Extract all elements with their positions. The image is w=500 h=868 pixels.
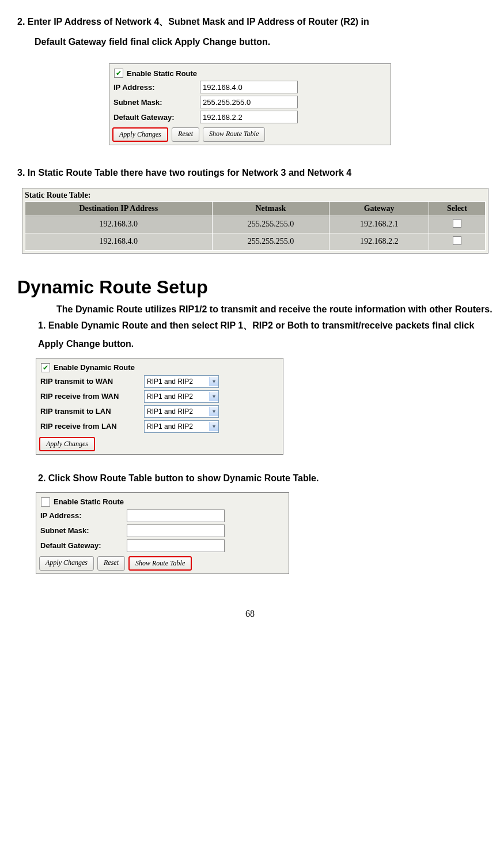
reset-button[interactable]: Reset — [172, 127, 199, 142]
reset-button[interactable]: Reset — [97, 556, 125, 571]
static-route-table-block: Static Route Table: Destination IP Addre… — [22, 188, 488, 254]
select-checkbox[interactable] — [453, 219, 461, 228]
ip-address-label: IP Address: — [39, 511, 127, 520]
default-gateway-label: Default Gateway: — [39, 541, 127, 550]
dynamic-route-form: ✔ Enable Dynamic Route RIP transmit to W… — [36, 358, 283, 455]
static-route-form: ✔ Enable Static Route IP Address: 192.16… — [109, 63, 391, 145]
enable-static-checkbox[interactable]: ✔ — [41, 497, 50, 507]
show-route-table-button[interactable]: Show Route Table — [203, 127, 265, 142]
dynamic-step2: 2. Click Show Route Table button to show… — [38, 469, 494, 488]
static-route-table: Destination IP Address Netmask Gateway S… — [25, 201, 486, 251]
col-mask-header: Netmask — [212, 201, 329, 216]
ip-address-label: IP Address: — [112, 83, 200, 92]
subnet-mask-input[interactable]: 255.255.255.0 — [200, 96, 298, 108]
subnet-mask-input[interactable] — [127, 524, 225, 537]
page-number: 68 — [6, 609, 494, 619]
rip-rx-wan-label: RIP receive from WAN — [39, 392, 144, 401]
step2-line1: 2. Enter IP Address of Network 4、Subnet … — [17, 12, 494, 32]
apply-changes-button[interactable]: Apply Changes — [112, 127, 168, 142]
enable-static-label: Enable Static Route — [127, 69, 197, 78]
dynamic-step1: 1. Enable Dynamic Route and then select … — [38, 316, 494, 353]
enable-dynamic-label: Enable Dynamic Route — [54, 363, 135, 372]
chevron-down-icon: ▾ — [209, 377, 218, 386]
chevron-down-icon: ▾ — [209, 392, 218, 401]
default-gateway-label: Default Gateway: — [112, 113, 200, 122]
dynamic-route-heading: Dynamic Route Setup — [17, 277, 494, 298]
ip-address-input[interactable] — [127, 510, 225, 522]
step2-line2: Default Gateway field final click Apply … — [35, 32, 494, 52]
enable-static-label: Enable Static Route — [54, 497, 124, 506]
table-row: 192.168.3.0 255.255.255.0 192.168.2.1 — [25, 216, 486, 233]
rip-tx-lan-select[interactable]: RIP1 and RIP2▾ — [144, 405, 219, 418]
apply-changes-button[interactable]: Apply Changes — [39, 556, 94, 571]
dynamic-route-paragraph: The Dynamic Route utilizes RIP1/2 to tra… — [36, 303, 494, 316]
show-route-table-button[interactable]: Show Route Table — [128, 556, 192, 571]
subnet-mask-label: Subnet Mask: — [112, 98, 200, 107]
ip-address-input[interactable]: 192.168.4.0 — [200, 81, 298, 93]
default-gateway-input[interactable] — [127, 539, 225, 552]
apply-changes-button[interactable]: Apply Changes — [39, 437, 95, 451]
col-dest-header: Destination IP Address — [25, 201, 213, 216]
rip-rx-lan-label: RIP receive from LAN — [39, 422, 144, 431]
enable-static-checkbox[interactable]: ✔ — [114, 69, 123, 78]
rip-rx-lan-select[interactable]: RIP1 and RIP2▾ — [144, 420, 219, 433]
table-row: 192.168.4.0 255.255.255.0 192.168.2.2 — [25, 233, 486, 250]
rip-tx-wan-label: RIP transmit to WAN — [39, 377, 144, 386]
default-gateway-input[interactable]: 192.168.2.2 — [200, 111, 298, 123]
step3-text: 3. In Static Route Table there have two … — [17, 163, 494, 183]
static-route-form2: ✔ Enable Static Route IP Address: Subnet… — [36, 492, 289, 574]
rip-rx-wan-select[interactable]: RIP1 and RIP2▾ — [144, 390, 219, 403]
col-gw-header: Gateway — [329, 201, 429, 216]
col-select-header: Select — [429, 201, 485, 216]
chevron-down-icon: ▾ — [209, 407, 218, 416]
enable-dynamic-checkbox[interactable]: ✔ — [41, 363, 50, 372]
rip-tx-lan-label: RIP transmit to LAN — [39, 407, 144, 416]
subnet-mask-label: Subnet Mask: — [39, 526, 127, 535]
rip-tx-wan-select[interactable]: RIP1 and RIP2▾ — [144, 375, 219, 388]
select-checkbox[interactable] — [453, 236, 461, 245]
route-table-title: Static Route Table: — [25, 191, 486, 200]
chevron-down-icon: ▾ — [209, 422, 218, 431]
